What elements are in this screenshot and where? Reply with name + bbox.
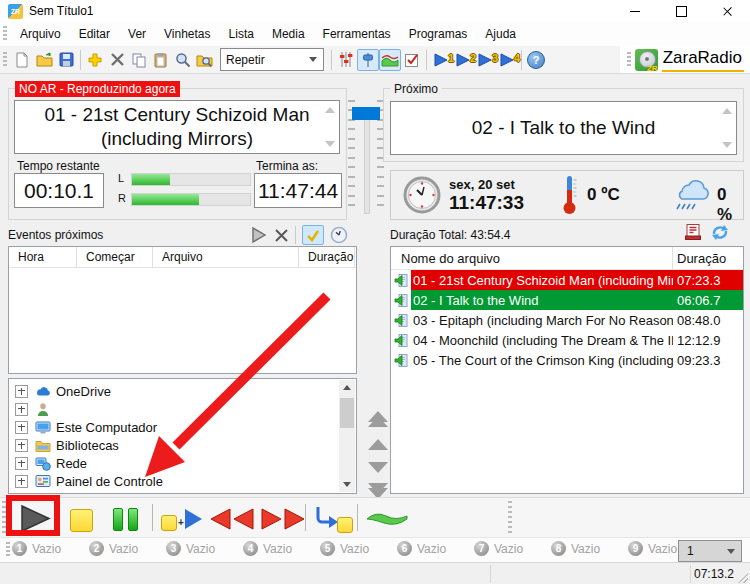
fader-button[interactable] — [357, 49, 379, 71]
minimize-button[interactable] — [612, 0, 658, 22]
check-icon — [306, 229, 320, 242]
playlist-check-button[interactable] — [401, 49, 423, 71]
hotkey-1-button[interactable]: 1Vazio — [12, 541, 61, 556]
hotkey-3-button[interactable]: 3Vazio — [166, 541, 215, 556]
loop-return-button[interactable] — [313, 505, 353, 533]
tree-item-user[interactable] — [9, 400, 356, 418]
playlist-table[interactable]: Nome do arquivo Duração 01 - 21st Centur… — [390, 246, 744, 494]
events-col-hora[interactable]: Hora — [9, 247, 77, 267]
hotkey-4-button[interactable]: 4Vazio — [243, 541, 292, 556]
events-table[interactable]: HoraComeçarArquivoDuração — [8, 246, 357, 374]
menu-vinhetas[interactable]: Vinhetas — [155, 24, 219, 44]
events-col-comear[interactable]: Começar — [77, 247, 153, 267]
menu-ajuda[interactable]: Ajuda — [476, 24, 525, 44]
expand-icon[interactable] — [15, 475, 28, 488]
playlist-row-2[interactable]: 02 - I Talk to the Wind06:06.7 — [391, 290, 743, 310]
analog-clock-icon — [403, 176, 441, 214]
move-up-button[interactable] — [368, 439, 388, 450]
menu-arquivo[interactable]: Arquivo — [11, 24, 70, 44]
expand-icon[interactable] — [15, 439, 28, 452]
tree-item-bibliotecas[interactable]: Bibliotecas — [9, 436, 356, 454]
scroll-down-icon[interactable] — [325, 141, 335, 147]
menu-ver[interactable]: Ver — [119, 24, 155, 44]
menu-media[interactable]: Media — [263, 24, 314, 44]
hotkey-6-button[interactable]: 6Vazio — [397, 541, 446, 556]
delete-event-icon[interactable] — [274, 228, 289, 243]
expand-icon[interactable] — [15, 421, 28, 434]
expand-icon[interactable] — [15, 457, 28, 470]
events-col-durao[interactable]: Duração — [299, 247, 355, 267]
menu-editar[interactable]: Editar — [70, 24, 119, 44]
computer-icon — [34, 420, 52, 435]
menu-lista[interactable]: Lista — [220, 24, 263, 44]
stop-button[interactable] — [70, 509, 93, 532]
audio-file-icon — [391, 293, 411, 308]
tree-scrollbar[interactable] — [339, 380, 355, 492]
fast-forward-button[interactable] — [260, 508, 306, 530]
scrollbar-thumb[interactable] — [340, 398, 354, 428]
hotkey-8-button[interactable]: 8Vazio — [551, 541, 600, 556]
expand-icon[interactable] — [15, 385, 28, 398]
events-enabled-toggle[interactable] — [302, 225, 324, 245]
copy-button[interactable] — [128, 49, 150, 71]
refresh-icon[interactable] — [710, 223, 730, 242]
play-slot-4-button[interactable]: 4 — [496, 49, 518, 71]
playlist-row-3[interactable]: 03 - Epitaph (including March For No Rea… — [391, 310, 743, 330]
delete-file-button[interactable] — [106, 49, 128, 71]
move-down-button[interactable] — [368, 462, 388, 473]
pause-button[interactable] — [113, 508, 138, 531]
paste-button[interactable] — [150, 49, 172, 71]
rewind-button[interactable] — [209, 508, 255, 530]
play-icon — [456, 52, 471, 68]
event-clock-icon[interactable] — [330, 226, 348, 244]
scroll-up-icon[interactable] — [325, 107, 335, 113]
tree-item-painel-de-controle[interactable]: Painel de Controle — [9, 472, 356, 490]
playlist-col-name[interactable]: Nome do arquivo — [391, 247, 673, 269]
close-button[interactable] — [704, 0, 750, 22]
scroll-up-button[interactable] — [339, 380, 355, 395]
scroll-up-icon[interactable] — [722, 108, 732, 114]
move-top-button[interactable] — [368, 411, 388, 427]
play-slot-1-button[interactable]: 1 — [430, 49, 452, 71]
mixer-button[interactable] — [335, 49, 357, 71]
save-list-button[interactable] — [55, 49, 77, 71]
open-list-button[interactable] — [33, 49, 55, 71]
waveform-view-button[interactable] — [379, 49, 401, 71]
hotkey-label: Vazio — [571, 542, 600, 556]
hotkey-bank-select[interactable]: 1 — [678, 540, 742, 562]
scroll-down-button[interactable] — [339, 477, 355, 492]
scroll-down-icon[interactable] — [722, 142, 732, 148]
directory-tree[interactable]: OneDriveEste ComputadorBibliotecasRedePa… — [8, 378, 357, 494]
playlist-row-1[interactable]: 01 - 21st Century Schizoid Man (includin… — [391, 270, 743, 290]
shuffle-list-icon[interactable] — [684, 223, 703, 242]
hotkey-5-button[interactable]: 5Vazio — [320, 541, 369, 556]
playlist-row-4[interactable]: 04 - Moonchild (including The Dream & Th… — [391, 330, 743, 350]
play-event-icon[interactable] — [250, 226, 268, 244]
repeat-mode-select[interactable]: Repetir — [220, 48, 324, 71]
search-button[interactable] — [172, 49, 194, 71]
new-list-button[interactable] — [11, 49, 33, 71]
crossfade-icon[interactable] — [366, 510, 408, 528]
maximize-button[interactable] — [658, 0, 704, 22]
play-slot-3-button[interactable]: 3 — [474, 49, 496, 71]
expand-icon[interactable] — [15, 403, 28, 416]
play-next-button[interactable]: + — [161, 507, 202, 531]
tree-item-rede[interactable]: Rede — [9, 454, 356, 472]
search-in-files-button[interactable] — [194, 49, 216, 71]
menu-ferramentas[interactable]: Ferramentas — [314, 24, 400, 44]
add-file-button[interactable] — [84, 49, 106, 71]
hotkey-9-button[interactable]: 9Vazio — [628, 541, 677, 556]
tree-item-onedrive[interactable]: OneDrive — [9, 382, 356, 400]
resize-grip[interactable] — [738, 573, 748, 583]
menu-programas[interactable]: Programas — [400, 24, 477, 44]
events-col-arquivo[interactable]: Arquivo — [153, 247, 299, 267]
playlist-row-5[interactable]: 05 - The Court of the Crimson King (incl… — [391, 350, 743, 370]
help-button[interactable]: ? — [525, 49, 547, 71]
volume-slider-handle[interactable] — [352, 107, 380, 120]
hotkey-7-button[interactable]: 7Vazio — [474, 541, 523, 556]
playlist-col-duration[interactable]: Duração — [673, 251, 743, 266]
hotkey-2-button[interactable]: 2Vazio — [89, 541, 138, 556]
volume-slider-track[interactable] — [364, 112, 370, 214]
play-slot-2-button[interactable]: 2 — [452, 49, 474, 71]
tree-item-este-computador[interactable]: Este Computador — [9, 418, 356, 436]
